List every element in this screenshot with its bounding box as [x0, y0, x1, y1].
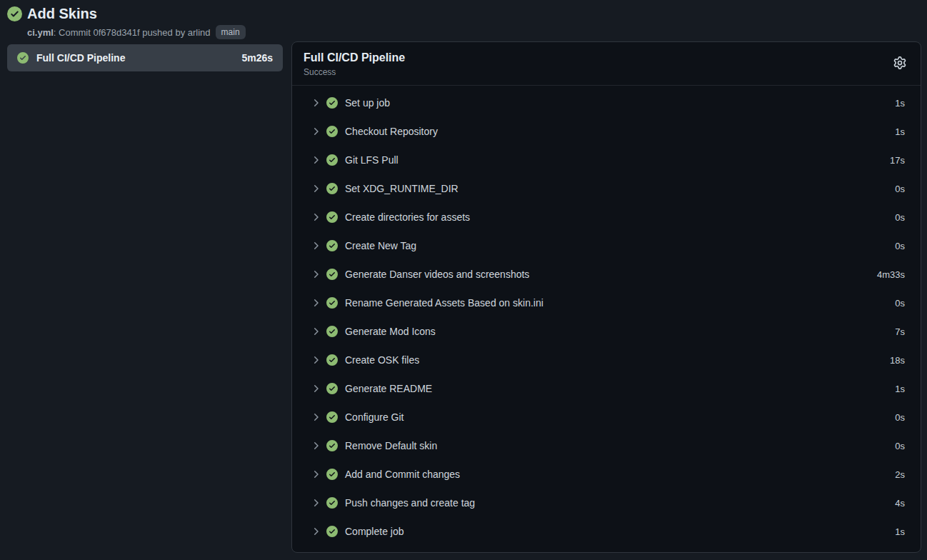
step-name: Create directories for assets — [345, 211, 890, 223]
step-success-check-circle-icon — [326, 469, 338, 480]
step-duration: 0s — [895, 298, 905, 309]
step-row[interactable]: Generate Danser videos and screenshots 4… — [292, 260, 921, 289]
commit-message: ci.yml: Commit 0f678d341f pushed by arli… — [27, 27, 211, 38]
step-success-check-circle-icon — [326, 326, 338, 337]
step-duration: 7s — [895, 326, 905, 337]
step-duration: 1s — [895, 526, 905, 537]
run-header-text: Add Skins ci.yml: Commit 0f678d341f push… — [27, 5, 246, 39]
branch-badge[interactable]: main — [216, 25, 246, 39]
step-row[interactable]: Complete job 1s — [292, 517, 921, 546]
chevron-right-icon[interactable] — [310, 354, 321, 366]
steps-list: Set up job 1s Checkout Repository 1s Git… — [292, 86, 921, 549]
step-name: Set XDG_RUNTIME_DIR — [345, 183, 890, 194]
step-success-check-circle-icon — [326, 354, 338, 366]
step-name: Remove Default skin — [345, 440, 890, 451]
step-success-check-circle-icon — [326, 211, 338, 223]
chevron-right-icon[interactable] — [310, 469, 321, 480]
step-name: Create New Tag — [345, 240, 890, 251]
step-name: Generate Mod Icons — [345, 326, 890, 337]
chevron-right-icon[interactable] — [310, 440, 321, 451]
step-name: Rename Generated Assets Based on skin.in… — [345, 297, 890, 309]
chevron-right-icon[interactable] — [310, 411, 321, 423]
chevron-right-icon[interactable] — [310, 154, 321, 166]
step-duration: 1s — [895, 126, 905, 137]
step-name: Push changes and create tag — [345, 497, 890, 509]
step-row[interactable]: Create OSK files 18s — [292, 346, 921, 374]
log-settings-button[interactable] — [893, 56, 906, 69]
panel-status-text: Success — [304, 67, 405, 77]
panel-title: Full CI/CD Pipeline — [304, 51, 405, 64]
chevron-right-icon[interactable] — [310, 497, 321, 509]
run-title: Add Skins — [27, 5, 246, 22]
step-success-check-circle-icon — [326, 126, 338, 137]
step-row[interactable]: Create directories for assets 0s — [292, 203, 921, 231]
step-success-check-circle-icon — [326, 183, 338, 194]
step-name: Create OSK files — [345, 354, 885, 366]
chevron-right-icon[interactable] — [310, 211, 321, 223]
step-duration: 4m33s — [877, 269, 905, 280]
step-name: Generate README — [345, 383, 890, 394]
step-row[interactable]: Checkout Repository 1s — [292, 117, 921, 146]
step-success-check-circle-icon — [326, 383, 338, 394]
step-duration: 17s — [890, 155, 905, 166]
step-success-check-circle-icon — [326, 440, 338, 451]
job-log-panel: Full CI/CD Pipeline Success Set up job 1… — [291, 41, 921, 553]
step-name: Checkout Repository — [345, 126, 890, 137]
step-row[interactable]: Add and Commit changes 2s — [292, 460, 921, 489]
chevron-right-icon[interactable] — [310, 97, 321, 109]
step-duration: 0s — [895, 441, 905, 451]
panel-header-text: Full CI/CD Pipeline Success — [304, 51, 405, 77]
step-row[interactable]: Configure Git 0s — [292, 403, 921, 431]
step-duration: 1s — [895, 384, 905, 394]
step-success-check-circle-icon — [326, 297, 338, 309]
step-name: Complete job — [345, 526, 890, 537]
step-name: Set up job — [345, 97, 890, 109]
chevron-right-icon[interactable] — [310, 297, 321, 309]
chevron-right-icon[interactable] — [310, 240, 321, 251]
step-duration: 0s — [895, 241, 905, 251]
step-success-check-circle-icon — [326, 411, 338, 423]
chevron-right-icon[interactable] — [310, 526, 321, 537]
step-name: Git LFS Pull — [345, 154, 885, 166]
step-row[interactable]: Set XDG_RUNTIME_DIR 0s — [292, 174, 921, 203]
step-row[interactable]: Set up job 1s — [292, 89, 921, 117]
step-row[interactable]: Generate README 1s — [292, 374, 921, 403]
step-row[interactable]: Push changes and create tag 4s — [292, 489, 921, 517]
step-duration: 0s — [895, 184, 905, 194]
sidebar-job-item[interactable]: Full CI/CD Pipeline 5m26s — [7, 44, 283, 71]
step-name: Generate Danser videos and screenshots — [345, 269, 872, 280]
step-success-check-circle-icon — [326, 97, 338, 109]
step-duration: 2s — [895, 469, 905, 480]
chevron-right-icon[interactable] — [310, 126, 321, 137]
step-success-check-circle-icon — [326, 526, 338, 537]
step-success-check-circle-icon — [326, 497, 338, 509]
panel-header: Full CI/CD Pipeline Success — [292, 42, 921, 85]
chevron-right-icon[interactable] — [310, 326, 321, 337]
step-duration: 0s — [895, 212, 905, 223]
step-row[interactable]: Generate Mod Icons 7s — [292, 317, 921, 346]
job-success-check-circle-icon — [17, 52, 29, 64]
run-success-check-circle-icon — [7, 6, 22, 21]
step-duration: 18s — [890, 355, 905, 366]
job-name: Full CI/CD Pipeline — [36, 52, 234, 64]
chevron-right-icon[interactable] — [310, 183, 321, 194]
step-row[interactable]: Create New Tag 0s — [292, 231, 921, 260]
step-row[interactable]: Remove Default skin 0s — [292, 431, 921, 460]
commit-text: : Commit 0f678d341f pushed by arlind — [54, 27, 211, 38]
step-success-check-circle-icon — [326, 240, 338, 251]
gear-icon — [893, 56, 906, 69]
step-name: Add and Commit changes — [345, 469, 890, 480]
step-row[interactable]: Git LFS Pull 17s — [292, 146, 921, 174]
chevron-right-icon[interactable] — [310, 269, 321, 280]
run-subtitle: ci.yml: Commit 0f678d341f pushed by arli… — [27, 25, 246, 39]
step-name: Configure Git — [345, 411, 890, 423]
run-header: Add Skins ci.yml: Commit 0f678d341f push… — [7, 5, 246, 39]
step-row[interactable]: Rename Generated Assets Based on skin.in… — [292, 289, 921, 317]
job-duration: 5m26s — [241, 52, 273, 64]
step-duration: 0s — [895, 412, 905, 423]
chevron-right-icon[interactable] — [310, 383, 321, 394]
workflow-file-name[interactable]: ci.yml — [27, 27, 54, 38]
step-duration: 1s — [895, 98, 905, 109]
step-success-check-circle-icon — [326, 269, 338, 280]
step-success-check-circle-icon — [326, 154, 338, 166]
